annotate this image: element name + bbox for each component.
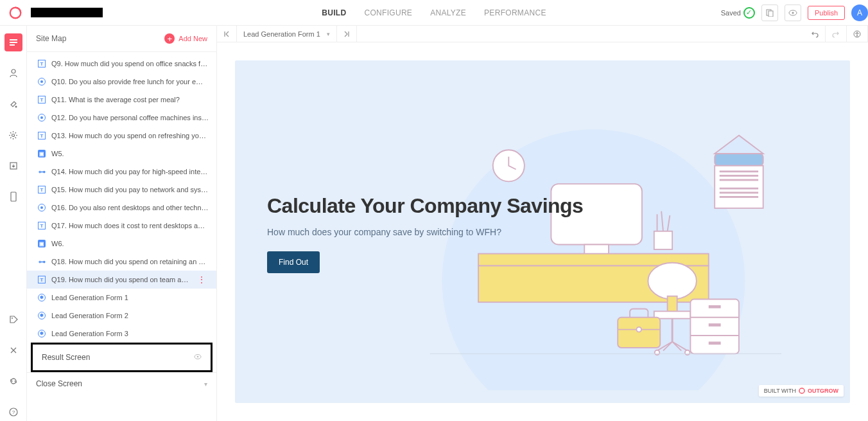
publish-button[interactable]: Publish (808, 6, 845, 20)
form-type-icon: ✽ (37, 329, 46, 338)
preview-icon[interactable] (785, 4, 801, 21)
sitemap-item-label: Lead Generation Form 2 (51, 312, 209, 319)
sitemap-item[interactable]: Q16. Do you also rent desktops and other… (27, 199, 216, 217)
svg-rect-27 (720, 188, 758, 190)
text-type-icon: T (37, 95, 46, 104)
outgrow-logo-icon (799, 388, 805, 394)
sitemap-item[interactable]: ✽Lead Generation Form 3⋮ (27, 325, 216, 343)
kebab-icon[interactable]: ⋮ (195, 274, 209, 285)
sitemap-item[interactable]: ⊶Q14. How much did you pay for high-spee… (27, 163, 216, 181)
svg-point-13 (12, 318, 13, 319)
sitemap-item[interactable]: ✽Lead Generation Form 1⋮ (27, 289, 216, 307)
sitemap-item-label: Q11. What is the average cost per meal? (51, 96, 209, 103)
brand-logo-icon[interactable] (8, 5, 23, 21)
slider-type-icon: ⊶ (37, 257, 46, 266)
svg-rect-48 (709, 323, 721, 327)
svg-rect-25 (720, 175, 758, 177)
close-screen-section[interactable]: Close Screen▾ (27, 372, 216, 395)
result-screen-label: Result Screen (42, 353, 90, 362)
svg-rect-24 (720, 170, 758, 172)
svg-rect-26 (720, 179, 758, 181)
sitemap-item-label: W5. (51, 150, 209, 157)
sitemap-item[interactable]: Q12. Do you have personal coffee machine… (27, 109, 216, 127)
add-new-label: Add New (178, 35, 207, 42)
svg-point-10 (12, 134, 15, 136)
sitemap-item-label: Q9. How much did you spend on office sna… (51, 60, 209, 67)
svg-rect-28 (720, 192, 758, 193)
rail-builder-icon[interactable] (4, 33, 22, 51)
sitemap-item[interactable]: ▣W6.⋮ (27, 235, 216, 253)
radio-type-icon (37, 203, 46, 212)
rail-export-icon[interactable] (4, 157, 22, 175)
svg-point-54 (799, 388, 804, 393)
rail-paint-icon[interactable] (4, 95, 22, 113)
form-type-icon: ✽ (37, 293, 46, 302)
text-type-icon: T (37, 59, 46, 68)
sitemap-item[interactable]: TQ13. How much do you spend on refreshin… (27, 127, 216, 145)
main-tabs: BUILD CONFIGURE ANALYZE PERFORMANCE (322, 8, 546, 17)
rail-help-icon[interactable]: ? (4, 403, 22, 421)
close-screen-label: Close Screen (36, 379, 82, 388)
find-out-button[interactable]: Find Out (267, 251, 320, 273)
last-screen-icon[interactable] (337, 26, 357, 42)
sitemap-item-label: Q19. How much did you spend on team acti… (51, 276, 189, 283)
sitemap-item[interactable]: TQ17. How much does it cost to rent desk… (27, 217, 216, 235)
built-with-prefix: BUILT WITH (764, 388, 796, 394)
preview-canvas[interactable]: Calculate Your Company Savings How much … (235, 60, 850, 403)
sitemap-item[interactable]: ▣W5.⋮ (27, 145, 216, 163)
duplicate-icon[interactable] (761, 4, 778, 21)
svg-point-8 (12, 69, 15, 73)
sitemap-list[interactable]: TQ9. How much did you spend on office sn… (27, 52, 216, 421)
rail-gear-icon[interactable] (4, 126, 22, 144)
saved-label: Saved (721, 9, 741, 17)
redo-icon[interactable] (826, 26, 847, 42)
sitemap-item[interactable]: Q10. Do you also provide free lunch for … (27, 73, 216, 91)
chevron-down-icon: ▾ (204, 381, 207, 388)
welcome-subtitle: How much does your company save by switc… (267, 227, 583, 237)
sitemap-item[interactable]: ⊶Q18. How much did you spend on retainin… (27, 253, 216, 271)
svg-rect-29 (720, 196, 758, 198)
undo-icon[interactable] (804, 26, 826, 42)
w-type-icon: ▣ (37, 149, 46, 158)
user-avatar[interactable]: A (851, 4, 868, 21)
sitemap-item[interactable]: TQ15. How much did you pay to network an… (27, 181, 216, 199)
svg-point-9 (15, 106, 17, 108)
rail-refresh-icon[interactable] (4, 372, 22, 390)
tab-build[interactable]: BUILD (322, 8, 346, 17)
first-screen-icon[interactable] (217, 26, 237, 42)
built-with-badge[interactable]: BUILT WITH OUTGROW (759, 385, 844, 397)
tab-performance[interactable]: PERFORMANCE (484, 8, 546, 17)
sitemap-item[interactable]: TQ11. What is the average cost per meal?… (27, 91, 216, 109)
tab-configure[interactable]: CONFIGURE (364, 8, 412, 17)
text-type-icon: T (37, 221, 46, 230)
sitemap-item-label: Q13. How much do you spend on refreshing… (51, 132, 209, 139)
rail-tools-icon[interactable] (4, 341, 22, 359)
sitemap-item[interactable]: TQ19. How much did you spend on team act… (27, 271, 216, 289)
svg-rect-5 (10, 39, 17, 40)
welcome-title: Calculate Your Company Savings (267, 194, 583, 218)
canvas-area: Lead Generation Form 1 ▾ (217, 26, 868, 421)
result-screen-section[interactable]: Result Screen (33, 345, 211, 370)
chevron-down-icon: ▾ (327, 31, 330, 37)
sitemap-item-label: Q18. How much did you spend on retaining… (51, 258, 209, 265)
svg-rect-40 (654, 311, 691, 318)
rail-tag-icon[interactable] (4, 310, 22, 328)
sitemap-item[interactable]: TQ9. How much did you spend on office sn… (27, 55, 216, 73)
current-screen-dropdown[interactable]: Lead Generation Form 1 ▾ (237, 26, 337, 42)
eye-icon[interactable] (194, 353, 202, 362)
svg-rect-32 (654, 231, 672, 249)
sitemap-item[interactable]: ✽Lead Generation Form 2⋮ (27, 307, 216, 325)
sitemap-item-label: Q17. How much does it cost to rent deskt… (51, 222, 209, 229)
current-screen-label: Lead Generation Form 1 (243, 30, 320, 38)
rail-user-icon[interactable] (4, 64, 22, 82)
plus-icon: + (164, 33, 175, 44)
svg-rect-6 (10, 42, 17, 43)
tab-analyze[interactable]: ANALYZE (430, 8, 466, 17)
text-type-icon: T (37, 131, 46, 140)
text-type-icon: T (37, 185, 46, 194)
sidebar-title: Site Map (36, 34, 66, 43)
add-new-button[interactable]: + Add New (164, 33, 207, 44)
accessibility-icon[interactable] (847, 26, 868, 42)
rail-mobile-icon[interactable] (4, 188, 22, 206)
project-name: Snowflake Demo (31, 8, 103, 17)
